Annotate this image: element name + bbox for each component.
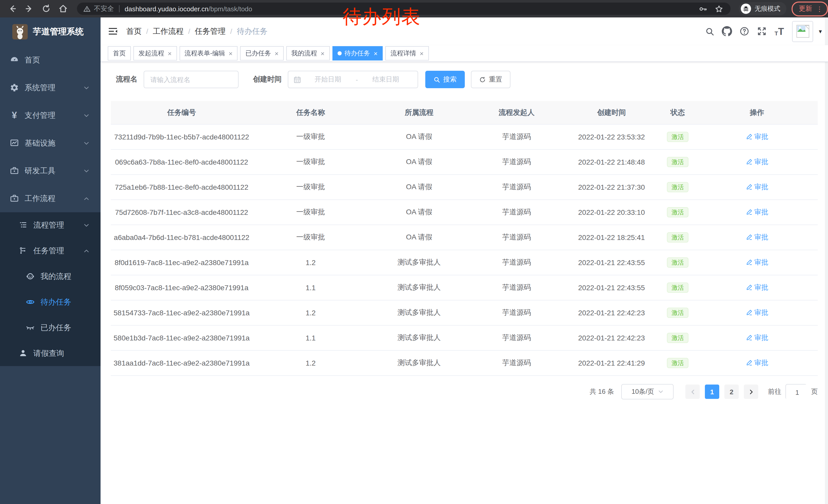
- sidebar-item-todo-tasks[interactable]: 待办任务: [0, 289, 100, 315]
- table-row: 73211d9d-7b9b-11ec-b5b7-acde48001122 一级审…: [111, 125, 818, 150]
- sidebar-item-workflow[interactable]: 工作流程: [0, 185, 100, 212]
- created-time-cell: 2022-01-21 22:42:23: [564, 309, 659, 317]
- breadcrumb-separator: /: [188, 27, 190, 35]
- close-icon[interactable]: ×: [229, 50, 233, 57]
- approve-link[interactable]: 审批: [746, 233, 768, 242]
- page-unit-label: 页: [811, 387, 818, 396]
- process-cell: 测试多审批人: [369, 283, 469, 292]
- page-button-2[interactable]: 2: [724, 384, 739, 399]
- sidebar-item-done-tasks[interactable]: 已办任务: [0, 315, 100, 340]
- next-page-button[interactable]: [744, 384, 758, 399]
- sidebar-item-task-management[interactable]: 任务管理: [0, 238, 100, 264]
- search-button[interactable]: 搜索: [425, 71, 465, 88]
- tab-process-form-edit[interactable]: 流程表单-编辑×: [179, 46, 238, 60]
- help-icon[interactable]: [736, 22, 753, 40]
- sidebar-item-label: 已办任务: [41, 323, 71, 332]
- page-size-select[interactable]: 10条/页: [621, 384, 673, 400]
- edit-pen-icon: [746, 334, 752, 341]
- page-button-1[interactable]: 1: [705, 384, 719, 399]
- reload-icon[interactable]: [42, 4, 51, 13]
- sidebar-item-home[interactable]: 首页: [0, 46, 100, 74]
- action-cell: 审批: [696, 233, 818, 242]
- approve-link[interactable]: 审批: [746, 283, 768, 292]
- table-header-row: 任务编号 任务名称 所属流程 流程发起人 创建时间 状态 操作: [111, 101, 818, 125]
- date-range-picker[interactable]: 开始日期 - 结束日期: [288, 71, 418, 88]
- sidebar-item-leave-query[interactable]: 请假查询: [0, 340, 100, 366]
- task-id-cell: 580e1b3d-7ac8-11ec-a9e2-a2380e71991a: [111, 334, 252, 342]
- approve-link[interactable]: 审批: [746, 132, 768, 141]
- process-cell: OA 请假: [369, 233, 469, 242]
- bookmark-star-icon[interactable]: [715, 4, 723, 13]
- table-row: 725a1eb6-7b88-11ec-8ef0-acde48001122 一级审…: [111, 175, 818, 200]
- tab-home[interactable]: 首页: [108, 46, 131, 60]
- approve-link[interactable]: 审批: [746, 333, 768, 342]
- avatar[interactable]: [792, 21, 813, 42]
- forward-icon[interactable]: [25, 4, 34, 13]
- tab-start-process[interactable]: 发起流程×: [133, 46, 177, 60]
- app-logo-row[interactable]: 芋道管理系统: [0, 17, 100, 46]
- address-bar[interactable]: 不安全 dashboard.yudao.iocoder.cn/bpm/task/…: [77, 3, 731, 15]
- breadcrumb-item[interactable]: 首页: [126, 27, 141, 36]
- process-cell: OA 请假: [369, 208, 469, 217]
- table-row: 75d72608-7b7f-11ec-a3c8-acde48001122 一级审…: [111, 200, 818, 225]
- font-size-icon[interactable]: TT: [771, 22, 788, 40]
- sidebar-collapse-icon[interactable]: [108, 26, 118, 36]
- page-content: 流程名 创建时间 开始日期 - 结束日期 搜索: [100, 62, 828, 504]
- approve-link[interactable]: 审批: [746, 258, 768, 267]
- eye-closed-icon: [26, 323, 35, 332]
- breadcrumb-item[interactable]: 工作流程: [153, 27, 184, 36]
- approve-link[interactable]: 审批: [746, 308, 768, 317]
- navbar-tools: TT ▼: [701, 21, 823, 42]
- browser-update-button[interactable]: 更新 ⋮: [792, 1, 828, 16]
- sidebar-item-dev-tools[interactable]: 研发工具: [0, 157, 100, 185]
- column-header: 状态: [659, 108, 696, 117]
- process-name-input[interactable]: [144, 71, 238, 88]
- sidebar-item-my-process[interactable]: 我的流程: [0, 264, 100, 289]
- prev-page-button[interactable]: [686, 384, 700, 399]
- caret-down-icon[interactable]: ▼: [818, 29, 823, 34]
- sidebar-item-payment[interactable]: ¥ 支付管理: [0, 101, 100, 129]
- breadcrumb-item[interactable]: 任务管理: [195, 27, 226, 36]
- approve-link[interactable]: 审批: [746, 157, 768, 167]
- goto-page-input[interactable]: [786, 384, 809, 400]
- sidebar-item-process-management[interactable]: 流程管理: [0, 212, 100, 238]
- fullscreen-icon[interactable]: [753, 22, 771, 40]
- close-icon[interactable]: ×: [275, 50, 279, 57]
- status-cell: 激活: [659, 232, 696, 242]
- created-time-cell: 2022-01-22 23:53:32: [564, 133, 659, 141]
- table-row: 8f059c03-7ac8-11ec-a9e2-a2380e71991a 1.1…: [111, 275, 818, 301]
- robot-icon: [26, 272, 35, 281]
- browser-menu-icon[interactable]: ⋮: [816, 5, 823, 12]
- approve-link[interactable]: 审批: [746, 183, 768, 192]
- home-icon[interactable]: [58, 4, 68, 13]
- pagination: 共 16 条 10条/页 1 2 前往 页: [111, 384, 818, 400]
- sidebar-item-system[interactable]: 系统管理: [0, 74, 100, 101]
- edit-pen-icon: [746, 360, 752, 366]
- close-icon[interactable]: ×: [168, 50, 172, 57]
- tab-todo-tasks[interactable]: 待办任务×: [332, 46, 383, 60]
- github-icon[interactable]: [718, 22, 736, 40]
- window-scrollbar[interactable]: [825, 17, 828, 504]
- task-name-cell: 1.2: [252, 259, 369, 267]
- status-badge: 激活: [667, 207, 689, 217]
- column-header: 任务名称: [252, 108, 369, 117]
- task-id-cell: 069c6a63-7b8a-11ec-8ef0-acde48001122: [111, 158, 252, 166]
- close-icon[interactable]: ×: [374, 50, 378, 57]
- approve-link[interactable]: 审批: [746, 208, 768, 217]
- toolbox-icon: [10, 194, 19, 203]
- approve-link[interactable]: 审批: [746, 358, 768, 368]
- close-icon[interactable]: ×: [321, 50, 325, 57]
- tab-done-tasks[interactable]: 已办任务×: [240, 46, 284, 60]
- password-key-icon[interactable]: [699, 4, 707, 13]
- sidebar: 芋道管理系统 首页 系统管理 ¥ 支付管理 基础设施: [0, 17, 100, 504]
- header-search-icon[interactable]: [701, 22, 718, 40]
- tab-my-process[interactable]: 我的流程×: [286, 46, 330, 60]
- reset-button[interactable]: 重置: [471, 71, 510, 88]
- sidebar-item-infrastructure[interactable]: 基础设施: [0, 129, 100, 157]
- tab-process-detail[interactable]: 流程详情×: [385, 46, 429, 60]
- starter-cell: 芋道源码: [469, 283, 564, 292]
- gear-icon: [10, 83, 19, 92]
- action-cell: 审批: [696, 208, 818, 217]
- back-icon[interactable]: [8, 4, 17, 13]
- close-icon[interactable]: ×: [420, 50, 423, 57]
